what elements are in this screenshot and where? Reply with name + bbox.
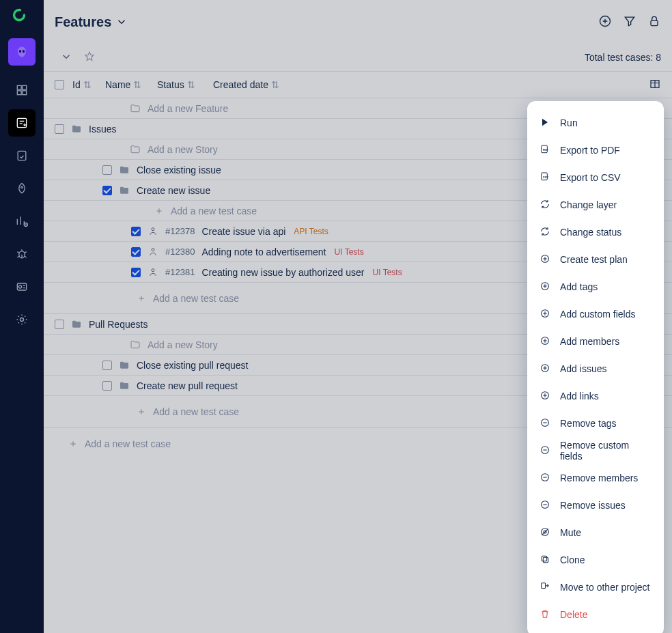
story-checkbox[interactable]	[102, 186, 112, 195]
menu-item-add-members[interactable]: Add members	[527, 328, 664, 355]
menu-item-remove-members[interactable]: Remove members	[527, 464, 664, 492]
menu-item-clone[interactable]: Clone	[527, 546, 664, 574]
menu-item-label: Run	[560, 117, 578, 128]
menu-item-label: Change layer	[560, 199, 617, 210]
manual-icon	[148, 226, 158, 237]
collapse-all-button[interactable]	[60, 51, 72, 65]
plus-circle-icon	[540, 363, 550, 376]
minus-circle-icon	[540, 445, 550, 458]
sort-icon: ⇅	[133, 79, 141, 90]
menu-item-remove-custom-fields[interactable]: Remove custom fields	[527, 437, 664, 464]
sidebar-nav-test-cases[interactable]	[8, 109, 36, 137]
move-icon	[540, 581, 550, 594]
plus-circle-icon	[540, 335, 550, 348]
mute-icon	[540, 526, 550, 539]
svg-point-14	[20, 318, 24, 322]
svg-point-13	[18, 285, 21, 288]
menu-item-change-status[interactable]: Change status	[527, 219, 664, 246]
manual-icon	[148, 247, 158, 257]
lock-button[interactable]	[647, 14, 661, 30]
menu-item-label: Remove issues	[560, 500, 626, 511]
feature-checkbox[interactable]	[55, 320, 64, 329]
table-settings-button[interactable]	[649, 78, 661, 92]
sidebar-nav-test-plans[interactable]	[8, 142, 36, 169]
total-test-cases: Total test cases: 8	[585, 52, 661, 63]
folder-icon	[71, 319, 82, 330]
col-id[interactable]: Id ⇅	[72, 79, 97, 90]
menu-item-label: Mute	[560, 527, 581, 538]
filter-button[interactable]	[623, 14, 636, 30]
sidebar-nav-settings[interactable]	[8, 306, 36, 333]
story-checkbox[interactable]	[102, 381, 112, 391]
menu-item-add-tags[interactable]: Add tags	[527, 273, 664, 300]
menu-item-remove-issues[interactable]: Remove issues	[527, 492, 664, 519]
folder-icon	[119, 185, 130, 196]
plus-circle-icon	[540, 390, 550, 403]
sidebar-nav-dashboards[interactable]	[8, 76, 36, 104]
menu-item-label: Remove tags	[560, 418, 616, 429]
test-case-checkbox[interactable]	[131, 247, 141, 257]
sidebar-nav-jobs[interactable]	[8, 273, 36, 300]
feature-name: Pull Requests	[89, 319, 148, 330]
minus-circle-icon	[540, 499, 550, 512]
menu-item-move[interactable]: Move to other project	[527, 574, 664, 601]
col-created-date[interactable]: Created date ⇅	[213, 79, 279, 90]
menu-item-label: Export to CSV	[560, 172, 621, 183]
sidebar-nav-analytics[interactable]	[8, 208, 36, 235]
folder-outline-icon	[130, 339, 141, 350]
folder-icon	[119, 165, 130, 175]
story-checkbox[interactable]	[102, 165, 112, 175]
menu-item-add-issues[interactable]: Add issues	[527, 355, 664, 382]
test-case-id: #12380	[165, 247, 195, 257]
menu-item-run[interactable]: Run	[527, 109, 664, 137]
pdf-icon	[540, 144, 550, 157]
menu-item-delete[interactable]: Delete	[527, 601, 664, 628]
add-feature-label: Add a new Feature	[148, 103, 228, 114]
story-checkbox[interactable]	[102, 361, 112, 370]
test-case-title: Create issue via api	[201, 226, 285, 237]
feature-checkbox[interactable]	[55, 124, 64, 134]
menu-item-export-pdf[interactable]: Export to PDF	[527, 137, 664, 164]
columns-header: Id ⇅ Name ⇅ Status ⇅ Created date ⇅	[44, 71, 672, 98]
add-test-case-label: Add a new test case	[153, 293, 239, 304]
app-logo	[12, 8, 31, 27]
refresh-icon	[540, 199, 550, 212]
sidebar-nav-defects[interactable]	[8, 240, 36, 268]
csv-icon	[540, 171, 550, 184]
chevron-down-icon[interactable]	[115, 16, 128, 28]
menu-item-create-test-plan[interactable]: Create test plan	[527, 246, 664, 273]
menu-item-export-csv[interactable]: Export to CSV	[527, 164, 664, 191]
favorite-button[interactable]	[83, 51, 96, 65]
sidebar-nav-launches[interactable]	[8, 175, 36, 202]
plus-circle-icon	[540, 253, 550, 266]
folder-icon	[71, 124, 82, 135]
add-test-case-label: Add a new test case	[153, 406, 239, 417]
svg-rect-8	[18, 151, 26, 160]
add-button[interactable]	[598, 14, 612, 30]
menu-item-add-custom-fields[interactable]: Add custom fields	[527, 300, 664, 328]
sidebar-project-avatar[interactable]	[8, 38, 36, 66]
menu-item-remove-tags[interactable]: Remove tags	[527, 410, 664, 437]
col-name[interactable]: Name ⇅	[105, 79, 149, 90]
svg-rect-16	[651, 20, 658, 25]
plus-icon: ＋	[68, 438, 78, 450]
story-name: Close existing issue	[137, 165, 221, 175]
add-story-label: Add a new Story	[148, 339, 218, 350]
test-case-checkbox[interactable]	[131, 227, 141, 236]
test-case-checkbox[interactable]	[131, 268, 141, 277]
menu-item-label: Add members	[560, 336, 619, 347]
menu-item-mute[interactable]: Mute	[527, 519, 664, 546]
svg-rect-5	[17, 91, 21, 95]
menu-item-label: Remove members	[560, 473, 638, 483]
add-story-label: Add a new Story	[148, 144, 218, 155]
menu-item-label: Export to PDF	[560, 145, 620, 156]
svg-rect-3	[17, 85, 21, 89]
select-all-checkbox[interactable]	[55, 80, 64, 89]
svg-point-9	[21, 186, 23, 188]
col-status[interactable]: Status ⇅	[157, 79, 205, 90]
menu-item-add-links[interactable]: Add links	[527, 382, 664, 410]
clone-icon	[540, 554, 550, 567]
play-icon	[540, 117, 550, 130]
story-name: Create new pull request	[137, 380, 238, 391]
menu-item-change-layer[interactable]: Change layer	[527, 191, 664, 219]
